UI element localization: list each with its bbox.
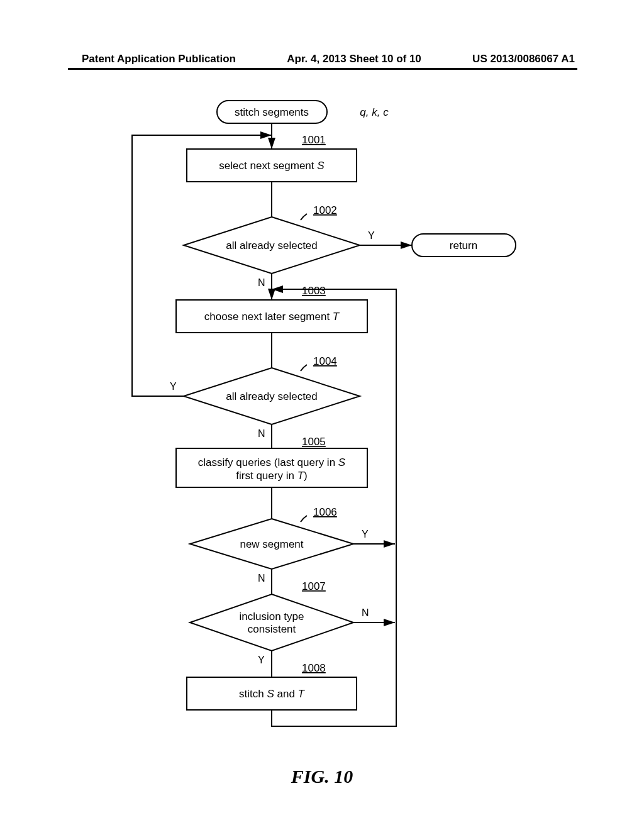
ref-1003: 1003 xyxy=(302,285,326,297)
ref-1008: 1008 xyxy=(302,662,326,674)
step-1003-text: choose next later segment T xyxy=(204,311,340,323)
label-1007-N: N xyxy=(362,607,369,618)
decision-1007-line1: inclusion type xyxy=(239,611,304,622)
step-1001-text: select next segment S xyxy=(219,160,325,172)
label-1007-Y: Y xyxy=(258,655,265,665)
decision-1004-text: all already selected xyxy=(226,390,318,402)
page-header: Patent Application Publication Apr. 4, 2… xyxy=(0,53,644,65)
ref-1004: 1004 xyxy=(313,355,337,367)
decision-1002-text: all already selected xyxy=(226,240,318,252)
step-1005-line1: classify queries (last query in S xyxy=(198,456,346,468)
ref-1005: 1005 xyxy=(302,436,326,448)
decision-1006-text: new segment xyxy=(240,538,303,550)
terminal-return-text: return xyxy=(450,240,477,252)
step-1008-text: stitch S and T xyxy=(239,688,306,700)
ref-1002: 1002 xyxy=(313,204,337,216)
flowchart: stitch segments q, k, c 1001 select next… xyxy=(0,88,644,755)
label-1002-N: N xyxy=(258,277,265,288)
header-rule xyxy=(68,68,577,70)
ref-1001: 1001 xyxy=(302,134,326,146)
label-1002-Y: Y xyxy=(368,230,375,241)
label-1006-Y: Y xyxy=(362,529,369,540)
step-1005-line2: first query in T) xyxy=(236,470,307,482)
figure-caption: FIG. 10 xyxy=(0,766,644,787)
label-1004-Y: Y xyxy=(170,381,177,392)
terminal-start-text: stitch segments xyxy=(235,106,309,118)
header-left: Patent Application Publication xyxy=(82,53,236,65)
header-right: US 2013/0086067 A1 xyxy=(472,53,575,65)
decision-1007-line2: consistent xyxy=(248,623,296,635)
label-1006-N: N xyxy=(258,573,265,584)
label-1004-N: N xyxy=(258,428,265,439)
ref-1007: 1007 xyxy=(302,580,326,592)
terminal-params: q, k, c xyxy=(360,106,389,118)
header-center: Apr. 4, 2013 Sheet 10 of 10 xyxy=(287,53,421,65)
ref-1006: 1006 xyxy=(313,506,337,518)
